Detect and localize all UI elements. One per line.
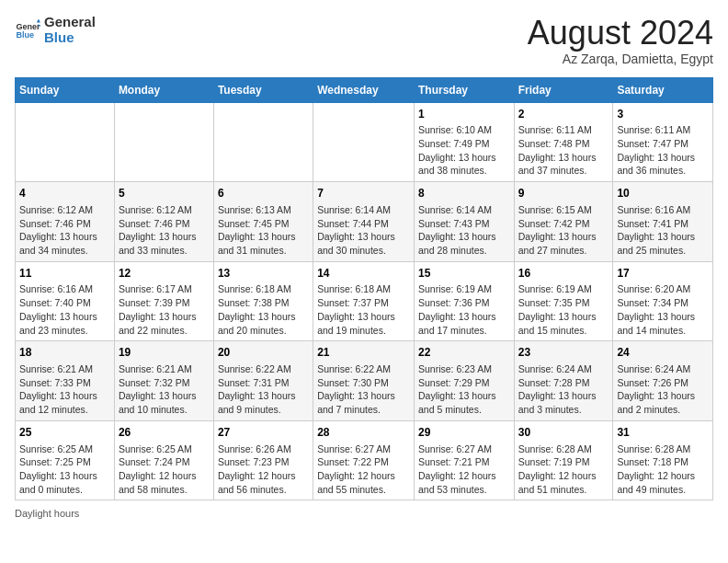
day-number: 24 — [617, 345, 709, 361]
day-number: 4 — [19, 186, 110, 201]
day-number: 7 — [317, 186, 410, 201]
day-info: Sunrise: 6:12 AM Sunset: 7:46 PM Dayligh… — [19, 203, 110, 258]
day-info: Sunrise: 6:16 AM Sunset: 7:40 PM Dayligh… — [19, 282, 110, 337]
day-number: 19 — [119, 345, 210, 361]
day-number: 25 — [19, 425, 110, 441]
day-number: 31 — [617, 425, 709, 441]
calendar-body: 1Sunrise: 6:10 AM Sunset: 7:49 PM Daylig… — [16, 102, 713, 500]
logo-icon: General Blue — [15, 17, 40, 43]
day-cell: 24Sunrise: 6:24 AM Sunset: 7:26 PM Dayli… — [613, 341, 713, 421]
day-cell: 4Sunrise: 6:12 AM Sunset: 7:46 PM Daylig… — [16, 182, 115, 262]
day-number: 20 — [218, 345, 309, 361]
logo-general: General — [44, 15, 96, 30]
day-cell: 16Sunrise: 6:19 AM Sunset: 7:35 PM Dayli… — [514, 261, 613, 341]
day-info: Sunrise: 6:13 AM Sunset: 7:45 PM Dayligh… — [218, 203, 309, 258]
day-cell: 6Sunrise: 6:13 AM Sunset: 7:45 PM Daylig… — [213, 182, 313, 262]
day-cell: 17Sunrise: 6:20 AM Sunset: 7:34 PM Dayli… — [613, 261, 713, 341]
svg-text:Blue: Blue — [16, 30, 34, 40]
day-info: Sunrise: 6:26 AM Sunset: 7:23 PM Dayligh… — [218, 442, 309, 497]
week-row-3: 18Sunrise: 6:21 AM Sunset: 7:33 PM Dayli… — [16, 341, 713, 421]
day-number: 29 — [418, 425, 510, 441]
day-cell: 22Sunrise: 6:23 AM Sunset: 7:29 PM Dayli… — [414, 341, 514, 421]
col-header-saturday: Saturday — [613, 77, 713, 102]
day-cell: 30Sunrise: 6:28 AM Sunset: 7:19 PM Dayli… — [514, 420, 613, 500]
day-cell — [16, 102, 115, 182]
day-info: Sunrise: 6:12 AM Sunset: 7:46 PM Dayligh… — [119, 203, 210, 258]
day-number: 26 — [119, 425, 210, 441]
day-cell — [114, 102, 213, 182]
day-cell: 15Sunrise: 6:19 AM Sunset: 7:36 PM Dayli… — [414, 261, 514, 341]
day-info: Sunrise: 6:15 AM Sunset: 7:42 PM Dayligh… — [518, 203, 609, 258]
col-header-friday: Friday — [514, 77, 613, 102]
day-number: 16 — [518, 266, 609, 282]
day-number: 2 — [518, 107, 609, 122]
day-cell: 13Sunrise: 6:18 AM Sunset: 7:38 PM Dayli… — [213, 261, 313, 341]
day-cell: 23Sunrise: 6:24 AM Sunset: 7:28 PM Dayli… — [514, 341, 613, 421]
header-row: SundayMondayTuesdayWednesdayThursdayFrid… — [16, 77, 713, 102]
day-cell: 21Sunrise: 6:22 AM Sunset: 7:30 PM Dayli… — [313, 341, 415, 421]
day-cell: 8Sunrise: 6:14 AM Sunset: 7:43 PM Daylig… — [414, 182, 514, 262]
day-info: Sunrise: 6:14 AM Sunset: 7:43 PM Dayligh… — [418, 203, 510, 258]
day-cell: 11Sunrise: 6:16 AM Sunset: 7:40 PM Dayli… — [16, 261, 115, 341]
col-header-wednesday: Wednesday — [313, 77, 415, 102]
week-row-0: 1Sunrise: 6:10 AM Sunset: 7:49 PM Daylig… — [16, 102, 713, 182]
day-info: Sunrise: 6:16 AM Sunset: 7:41 PM Dayligh… — [617, 203, 709, 258]
day-cell: 25Sunrise: 6:25 AM Sunset: 7:25 PM Dayli… — [16, 420, 115, 500]
week-row-4: 25Sunrise: 6:25 AM Sunset: 7:25 PM Dayli… — [16, 420, 713, 500]
calendar-header: SundayMondayTuesdayWednesdayThursdayFrid… — [16, 77, 713, 102]
day-cell: 9Sunrise: 6:15 AM Sunset: 7:42 PM Daylig… — [514, 182, 613, 262]
day-cell: 20Sunrise: 6:22 AM Sunset: 7:31 PM Dayli… — [213, 341, 313, 421]
day-cell — [313, 102, 415, 182]
day-number: 12 — [119, 266, 210, 282]
footer-note: Daylight hours — [15, 508, 713, 519]
day-number: 9 — [518, 186, 609, 201]
day-cell — [213, 102, 313, 182]
day-number: 30 — [518, 425, 609, 441]
col-header-thursday: Thursday — [414, 77, 514, 102]
day-cell: 3Sunrise: 6:11 AM Sunset: 7:47 PM Daylig… — [613, 102, 713, 182]
day-cell: 29Sunrise: 6:27 AM Sunset: 7:21 PM Dayli… — [414, 420, 514, 500]
day-info: Sunrise: 6:18 AM Sunset: 7:37 PM Dayligh… — [317, 282, 410, 337]
footer-text: Daylight hours — [15, 508, 79, 519]
day-cell: 1Sunrise: 6:10 AM Sunset: 7:49 PM Daylig… — [414, 102, 514, 182]
day-number: 15 — [418, 266, 510, 282]
day-info: Sunrise: 6:11 AM Sunset: 7:48 PM Dayligh… — [518, 123, 609, 178]
logo: General Blue General Blue — [15, 15, 96, 45]
day-number: 22 — [418, 345, 510, 361]
day-info: Sunrise: 6:24 AM Sunset: 7:28 PM Dayligh… — [518, 362, 609, 417]
day-cell: 10Sunrise: 6:16 AM Sunset: 7:41 PM Dayli… — [613, 182, 713, 262]
col-header-monday: Monday — [114, 77, 213, 102]
day-number: 28 — [317, 425, 410, 441]
day-info: Sunrise: 6:20 AM Sunset: 7:34 PM Dayligh… — [617, 282, 709, 337]
header: General Blue General Blue August 2024 Az… — [15, 15, 713, 66]
day-cell: 14Sunrise: 6:18 AM Sunset: 7:37 PM Dayli… — [313, 261, 415, 341]
calendar-table: SundayMondayTuesdayWednesdayThursdayFrid… — [15, 77, 713, 501]
day-number: 17 — [617, 266, 709, 282]
day-info: Sunrise: 6:27 AM Sunset: 7:21 PM Dayligh… — [418, 442, 510, 497]
day-cell: 12Sunrise: 6:17 AM Sunset: 7:39 PM Dayli… — [114, 261, 213, 341]
subtitle: Az Zarqa, Damietta, Egypt — [528, 52, 713, 66]
day-number: 23 — [518, 345, 609, 361]
day-info: Sunrise: 6:10 AM Sunset: 7:49 PM Dayligh… — [418, 123, 510, 178]
day-info: Sunrise: 6:22 AM Sunset: 7:30 PM Dayligh… — [317, 362, 410, 417]
day-cell: 28Sunrise: 6:27 AM Sunset: 7:22 PM Dayli… — [313, 420, 415, 500]
day-cell: 5Sunrise: 6:12 AM Sunset: 7:46 PM Daylig… — [114, 182, 213, 262]
week-row-1: 4Sunrise: 6:12 AM Sunset: 7:46 PM Daylig… — [16, 182, 713, 262]
day-info: Sunrise: 6:17 AM Sunset: 7:39 PM Dayligh… — [119, 282, 210, 337]
day-info: Sunrise: 6:21 AM Sunset: 7:32 PM Dayligh… — [119, 362, 210, 417]
day-cell: 18Sunrise: 6:21 AM Sunset: 7:33 PM Dayli… — [16, 341, 115, 421]
day-info: Sunrise: 6:28 AM Sunset: 7:18 PM Dayligh… — [617, 442, 709, 497]
svg-marker-2 — [37, 18, 40, 22]
day-info: Sunrise: 6:25 AM Sunset: 7:25 PM Dayligh… — [19, 442, 110, 497]
day-number: 8 — [418, 186, 510, 201]
day-info: Sunrise: 6:25 AM Sunset: 7:24 PM Dayligh… — [119, 442, 210, 497]
day-info: Sunrise: 6:18 AM Sunset: 7:38 PM Dayligh… — [218, 282, 309, 337]
day-number: 13 — [218, 266, 309, 282]
day-number: 10 — [617, 186, 709, 201]
title-block: August 2024 Az Zarqa, Damietta, Egypt — [528, 15, 713, 66]
week-row-2: 11Sunrise: 6:16 AM Sunset: 7:40 PM Dayli… — [16, 261, 713, 341]
day-cell: 31Sunrise: 6:28 AM Sunset: 7:18 PM Dayli… — [613, 420, 713, 500]
day-number: 18 — [19, 345, 110, 361]
day-number: 1 — [418, 107, 510, 122]
day-info: Sunrise: 6:21 AM Sunset: 7:33 PM Dayligh… — [19, 362, 110, 417]
